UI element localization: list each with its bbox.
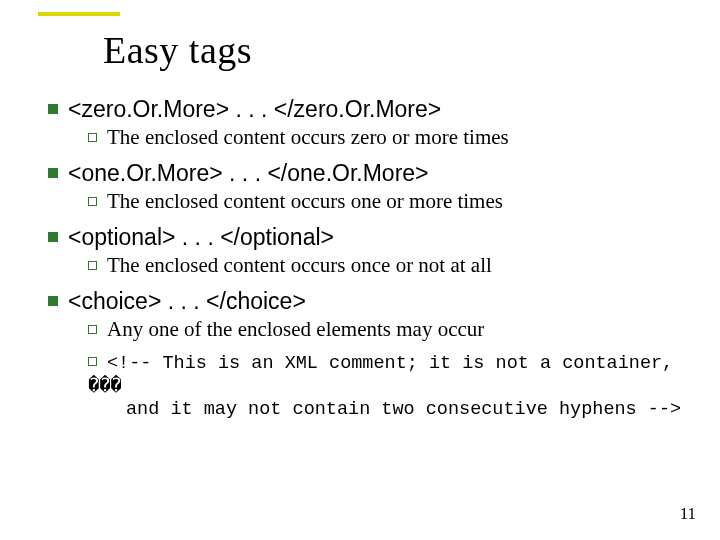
desc-text-3: Any one of the enclosed elements may occ… [107, 317, 484, 341]
comment-line-1: <!-- This is an XML comment; it is not a… [88, 352, 690, 398]
slide: Easy tags <zero.Or.More> . . . </zero.Or… [0, 0, 720, 540]
desc-line-0: The enclosed content occurs zero or more… [88, 125, 690, 150]
slide-title: Easy tags [103, 28, 690, 72]
bullet-icon [48, 168, 58, 178]
tag-text-0: <zero.Or.More> . . . </zero.Or.More> [68, 96, 441, 122]
desc-text-1: The enclosed content occurs one or more … [107, 189, 503, 213]
square-icon [88, 325, 97, 334]
tag-text-2: <optional> . . . </optional> [68, 224, 334, 250]
bullet-icon [48, 104, 58, 114]
bullet-icon [48, 232, 58, 242]
comment-text-1: <!-- This is an XML comment; it is not a… [88, 353, 673, 397]
desc-line-3: Any one of the enclosed elements may occ… [88, 317, 690, 342]
desc-text-0: The enclosed content occurs zero or more… [107, 125, 509, 149]
tag-line-3: <choice> . . . </choice> [48, 288, 690, 315]
square-icon [88, 261, 97, 270]
tag-text-3: <choice> . . . </choice> [68, 288, 306, 314]
comment-line-2: and it may not contain two consecutive h… [126, 398, 690, 421]
desc-line-2: The enclosed content occurs once or not … [88, 253, 690, 278]
square-icon [88, 133, 97, 142]
tag-line-0: <zero.Or.More> . . . </zero.Or.More> [48, 96, 690, 123]
square-icon [88, 357, 97, 366]
tag-line-1: <one.Or.More> . . . </one.Or.More> [48, 160, 690, 187]
accent-bar [38, 12, 120, 16]
content-area: <zero.Or.More> . . . </zero.Or.More> The… [48, 96, 690, 421]
bullet-icon [48, 296, 58, 306]
desc-line-1: The enclosed content occurs one or more … [88, 189, 690, 214]
desc-text-2: The enclosed content occurs once or not … [107, 253, 492, 277]
tag-text-1: <one.Or.More> . . . </one.Or.More> [68, 160, 429, 186]
tag-line-2: <optional> . . . </optional> [48, 224, 690, 251]
page-number: 11 [680, 504, 696, 524]
square-icon [88, 197, 97, 206]
